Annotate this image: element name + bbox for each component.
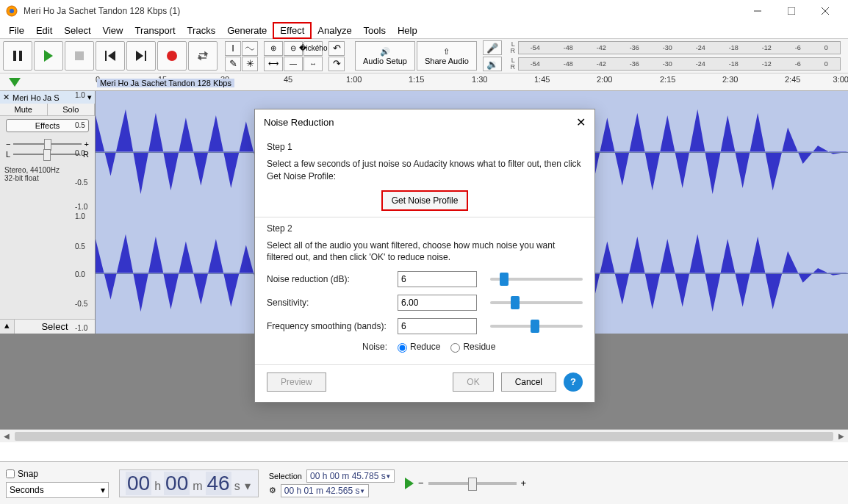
trim-icon[interactable]: ⟷ [264, 57, 283, 71]
svg-rect-13 [145, 51, 146, 61]
undo-grid: ↶ ↷ [328, 41, 348, 71]
gear-icon[interactable]: ⚙ [269, 486, 276, 495]
share-audio-button[interactable]: ⇧ Share Audio [417, 41, 477, 71]
svg-marker-11 [108, 51, 115, 61]
play-speed-icon[interactable] [405, 478, 414, 489]
minimize-button[interactable] [741, 0, 775, 22]
menu-effect[interactable]: Effect [273, 22, 312, 39]
preview-button[interactable]: Preview [267, 372, 326, 392]
help-icon[interactable]: ? [564, 372, 583, 392]
svg-rect-9 [75, 51, 84, 60]
scroll-right-icon[interactable]: ▶ [835, 432, 848, 440]
chevron-down-icon: ▾ [101, 485, 105, 495]
silence-icon[interactable]: — [284, 57, 303, 71]
record-meter-icon[interactable]: 🎤 [483, 40, 502, 55]
zoom-in-icon[interactable]: ⊕ [264, 41, 283, 56]
menu-transport[interactable]: Transport [129, 24, 181, 37]
nr-slider[interactable] [490, 278, 583, 281]
menu-help[interactable]: Help [392, 24, 423, 37]
audio-setup-button[interactable]: 🔊 Audio Setup [355, 41, 415, 71]
time-display[interactable]: 00h 00m 46s▾ [119, 469, 259, 497]
fit-selection-icon[interactable]: �ického [303, 41, 323, 56]
menu-bar: File Edit Select View Transport Tracks G… [0, 22, 848, 38]
svg-marker-12 [136, 51, 143, 61]
menu-select[interactable]: Select [58, 24, 96, 37]
sens-label: Sensitivity: [267, 298, 390, 308]
stop-button[interactable] [65, 41, 94, 71]
multi-tool-icon[interactable]: ✳ [242, 57, 258, 71]
svg-point-1 [10, 9, 14, 13]
nr-input[interactable] [398, 271, 477, 287]
undo-icon[interactable]: ↶ [328, 41, 345, 56]
dialog-close-icon[interactable]: ✕ [576, 115, 586, 129]
selection-start-field[interactable]: 00 h 00 m 45.785 s ▾ [306, 469, 395, 483]
menu-view[interactable]: View [97, 24, 129, 37]
main-toolbar: I ✎ ✳ ⊕ ⊖ �ického ⟷ — ↔ ↶ ↷ 🔊 Audio Setu… [0, 38, 848, 73]
selection-end-field[interactable]: 00 h 01 m 42.565 s ▾ [281, 484, 369, 497]
window-title: Meri Ho Ja Sachet Tandon 128 Kbps (1) [24, 6, 741, 16]
playhead-icon[interactable] [9, 78, 21, 87]
recording-meter[interactable]: -54-48-42-36-30-24-18-12-60 [518, 41, 841, 54]
redo-icon[interactable]: ↷ [328, 57, 345, 71]
fs-slider[interactable] [490, 325, 583, 328]
ok-button[interactable]: OK [453, 372, 493, 392]
status-bar: Snap Seconds▾ 00h 00m 46s▾ Selection 00 … [0, 461, 848, 504]
app-logo-icon [6, 5, 18, 17]
maximize-button[interactable] [775, 0, 808, 22]
horizontal-scrollbar[interactable]: ◀ ▶ [0, 429, 848, 442]
solo-button[interactable]: Solo [48, 104, 96, 115]
snap-checkbox[interactable]: Snap [6, 469, 109, 479]
play-button[interactable] [34, 41, 63, 71]
sens-input[interactable] [398, 295, 477, 311]
play-lr-label: LR [505, 57, 515, 71]
menu-file[interactable]: File [3, 24, 30, 37]
get-noise-profile-button[interactable]: Get Noise Profile [381, 190, 469, 211]
scroll-left-icon[interactable]: ◀ [0, 432, 13, 440]
menu-edit[interactable]: Edit [30, 24, 58, 37]
mute-button[interactable]: Mute [0, 104, 48, 115]
speaker-icon: 🔊 [380, 47, 390, 57]
fit-project-icon[interactable]: ↔ [303, 57, 323, 71]
svg-marker-8 [44, 50, 53, 62]
audio-setup-label: Audio Setup [363, 57, 407, 65]
sens-slider[interactable] [490, 301, 583, 304]
fs-label: Frequency smoothing (bands): [267, 321, 390, 331]
track-close-icon[interactable]: ✕ [3, 93, 10, 102]
loop-button[interactable] [188, 41, 218, 71]
cancel-button[interactable]: Cancel [501, 372, 556, 392]
draw-tool-icon[interactable]: ✎ [225, 57, 241, 71]
menu-generate[interactable]: Generate [221, 24, 273, 37]
collapse-icon[interactable]: ▴ [0, 320, 15, 334]
snap-unit-select[interactable]: Seconds▾ [6, 482, 109, 498]
share-icon: ⇧ [443, 47, 450, 57]
skip-end-button[interactable] [126, 41, 156, 71]
record-button[interactable] [157, 41, 187, 71]
selection-label: Selection [269, 472, 302, 480]
track-dropdown-icon[interactable]: ▾ [87, 93, 92, 102]
pause-button[interactable] [3, 41, 32, 71]
menu-tools[interactable]: Tools [358, 24, 392, 37]
clip-title[interactable]: Meri Ho Ja Sachet Tandon 128 Kbps [97, 79, 234, 87]
close-button[interactable] [808, 0, 842, 22]
svg-rect-7 [19, 51, 22, 61]
skip-start-button[interactable] [96, 41, 125, 71]
noise-label: Noise: [362, 342, 387, 352]
zoom-grid: ⊕ ⊖ �ického ⟷ — ↔ [264, 41, 323, 71]
envelope-tool-icon[interactable] [242, 41, 258, 56]
playback-meter[interactable]: -54-48-42-36-30-24-18-12-60 [518, 57, 841, 71]
noise-reduction-dialog: Noise Reduction ✕ Step 1 Select a few se… [254, 109, 595, 403]
selection-tool-icon[interactable]: I [225, 41, 241, 56]
menu-tracks[interactable]: Tracks [182, 24, 222, 37]
gain-slider[interactable]: −+ [6, 140, 89, 148]
menu-analyze[interactable]: Analyze [312, 24, 357, 37]
residue-radio[interactable]: Residue [450, 342, 495, 352]
nr-label: Noise reduction (dB): [267, 274, 390, 284]
play-meter-icon[interactable]: 🔉 [483, 57, 502, 71]
tool-grid: I ✎ ✳ [225, 41, 258, 71]
step1-label: Step 1 [267, 142, 583, 152]
reduce-radio[interactable]: Reduce [398, 342, 440, 352]
share-audio-label: Share Audio [425, 57, 469, 65]
step1-desc: Select a few seconds of just noise so Au… [267, 158, 583, 183]
fs-input[interactable] [398, 318, 477, 334]
play-at-speed[interactable]: −+ [405, 478, 526, 489]
